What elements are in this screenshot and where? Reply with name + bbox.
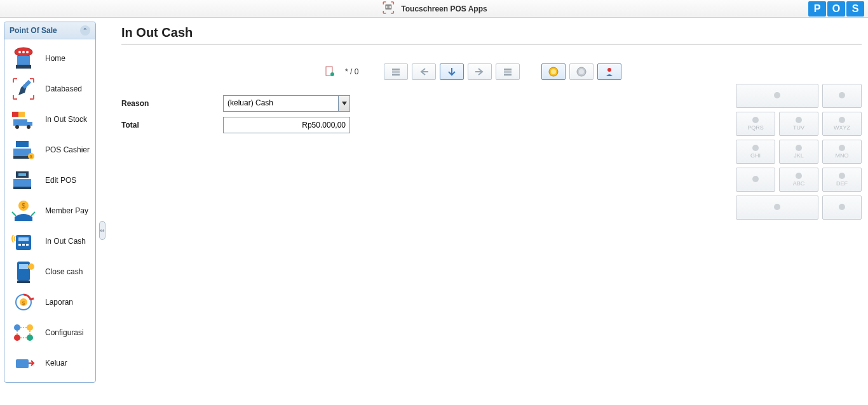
svg-text:$: $ xyxy=(22,300,25,306)
nav-prev-button[interactable] xyxy=(412,63,436,80)
sidebar-item-close-cash[interactable]: Close cash xyxy=(6,256,94,287)
sidebar-panel: Point Of Sale ⌃ Home Databased xyxy=(4,22,96,383)
keypad-key[interactable] xyxy=(822,84,862,108)
action-coin-grey-button[interactable] xyxy=(569,63,593,80)
sidebar-item-in-out-stock[interactable]: In Out Stock xyxy=(6,104,94,135)
coin-gold-icon xyxy=(548,67,559,77)
svg-rect-34 xyxy=(19,264,28,269)
sidebar-item-label: Keluar xyxy=(45,359,67,368)
svg-rect-13 xyxy=(13,119,27,126)
title-divider xyxy=(121,44,862,44)
keypad-key[interactable]: GHI xyxy=(736,140,775,164)
svg-rect-31 xyxy=(22,244,25,246)
badge-o: O xyxy=(827,1,845,17)
action-person-button[interactable] xyxy=(597,63,621,80)
svg-point-46 xyxy=(330,72,334,76)
coin-grey-icon xyxy=(576,67,587,77)
sidebar-item-keluar[interactable]: Keluar xyxy=(6,348,94,378)
record-indicator-icon xyxy=(325,65,335,79)
keypad-key[interactable]: WXYZ xyxy=(822,112,862,136)
member-pay-icon: $ xyxy=(8,197,39,224)
reason-select[interactable]: (keluar) Cash xyxy=(223,95,350,112)
svg-rect-25 xyxy=(18,173,26,176)
svg-rect-29 xyxy=(18,237,29,241)
sidebar-group-label: Point Of Sale xyxy=(10,26,57,35)
keypad-key[interactable]: DEF xyxy=(822,168,862,192)
sidebar-item-label: Close cash xyxy=(45,267,83,276)
phone-keypad: PQRS TUV WXYZ GHI JKL MNO ABC DEF xyxy=(736,84,862,220)
sidebar-item-label: POS Cashier xyxy=(45,145,90,154)
barcode-scanner-icon xyxy=(381,1,396,17)
svg-rect-17 xyxy=(16,141,29,147)
keypad-key[interactable] xyxy=(736,84,818,108)
sidebar-item-label: Member Pay xyxy=(45,206,88,215)
sidebar-group-header[interactable]: Point Of Sale ⌃ xyxy=(4,22,95,39)
collapse-icon: ⌃ xyxy=(80,25,90,36)
nav-last-button[interactable] xyxy=(496,63,520,80)
svg-point-51 xyxy=(607,68,611,72)
sidebar-item-member-pay[interactable]: $ Member Pay xyxy=(6,196,94,226)
svg-point-16 xyxy=(27,125,31,129)
keypad-key[interactable]: ABC xyxy=(779,168,818,192)
keypad-key[interactable] xyxy=(736,168,775,192)
keypad-key[interactable]: TUV xyxy=(779,112,818,136)
card-terminal-icon xyxy=(8,228,39,255)
sidebar-item-label: Configurasi xyxy=(45,328,84,337)
sidebar-item-laporan[interactable]: $ Laporan xyxy=(6,287,94,317)
sidebar-item-label: Home xyxy=(45,54,65,63)
svg-point-10 xyxy=(26,51,29,53)
sidebar-collapse-handle[interactable]: ⇔ xyxy=(99,221,105,240)
app-topbar: Toucschreen POS Apps P O S xyxy=(0,0,868,18)
sidebar-item-label: In Out Stock xyxy=(45,115,87,124)
badge-p: P xyxy=(808,1,826,17)
chevron-down-icon xyxy=(338,96,349,111)
edit-register-icon xyxy=(8,167,39,194)
svg-point-40 xyxy=(14,324,20,331)
svg-rect-30 xyxy=(18,244,21,246)
svg-rect-14 xyxy=(27,122,32,126)
svg-rect-24 xyxy=(13,187,31,189)
sidebar-item-configurasi[interactable]: Configurasi xyxy=(6,317,94,348)
exit-icon xyxy=(8,350,39,376)
svg-text:$: $ xyxy=(22,202,25,209)
last-icon xyxy=(504,69,512,76)
svg-point-15 xyxy=(15,125,19,129)
keypad-key[interactable]: JKL xyxy=(779,140,818,164)
keypad-key[interactable]: PQRS xyxy=(736,112,775,136)
pos-terminal-icon xyxy=(8,258,39,285)
reason-label: Reason xyxy=(121,99,223,108)
svg-rect-12 xyxy=(18,112,25,117)
svg-point-43 xyxy=(27,335,33,341)
sidebar-item-pos-cashier[interactable]: $ POS Cashier xyxy=(6,135,94,165)
total-input[interactable] xyxy=(223,117,350,133)
svg-rect-35 xyxy=(17,281,30,283)
sidebar-item-edit-pos[interactable]: Edit POS xyxy=(6,165,94,196)
svg-rect-28 xyxy=(16,235,31,250)
svg-point-48 xyxy=(551,69,556,74)
sidebar-item-in-out-cash[interactable]: In Out Cash xyxy=(6,226,94,256)
nav-next-button[interactable] xyxy=(468,63,492,80)
sidebar-item-label: In Out Cash xyxy=(45,237,86,246)
keypad-key[interactable]: MNO xyxy=(822,140,862,164)
nav-down-button[interactable] xyxy=(440,63,464,80)
reason-select-value: (keluar) Cash xyxy=(224,96,338,111)
arrow-right-icon xyxy=(475,67,485,76)
sidebar-item-databased[interactable]: Databased xyxy=(6,74,94,104)
svg-rect-7 xyxy=(16,65,31,69)
keypad-key[interactable] xyxy=(822,196,862,220)
action-coin-button[interactable] xyxy=(541,63,566,80)
keypad-key[interactable] xyxy=(736,196,818,220)
svg-rect-32 xyxy=(26,244,29,246)
svg-text:$: $ xyxy=(30,154,32,159)
total-label: Total xyxy=(121,121,223,129)
svg-point-50 xyxy=(579,69,584,74)
sidebar-item-home[interactable]: Home xyxy=(6,43,94,74)
svg-point-36 xyxy=(28,263,34,270)
nav-first-button[interactable] xyxy=(384,63,408,80)
record-pager: * / 0 xyxy=(345,67,358,76)
arrow-down-icon xyxy=(447,67,457,76)
pos-badges: P O S xyxy=(808,1,864,17)
first-icon xyxy=(392,69,400,76)
home-icon xyxy=(8,45,39,72)
truck-icon xyxy=(8,106,39,133)
